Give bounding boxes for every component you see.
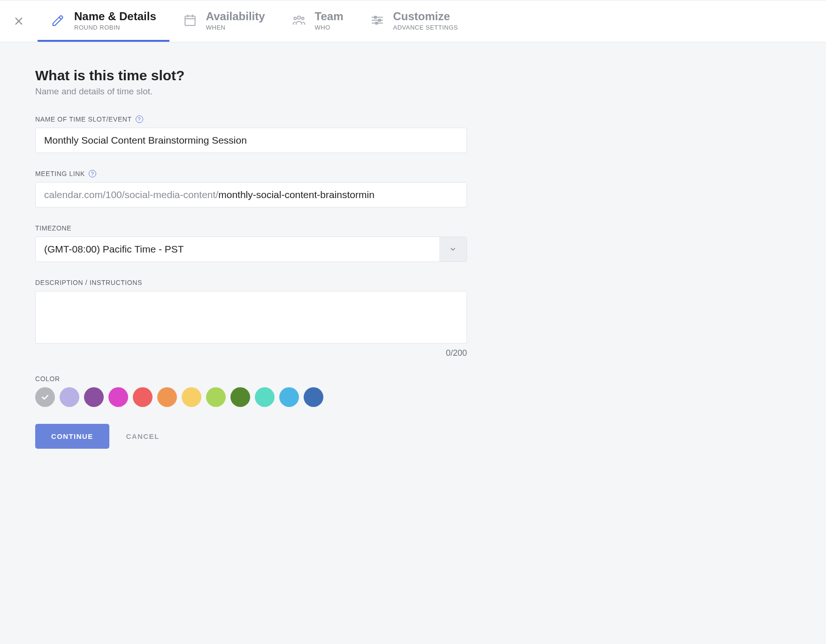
field-meeting-link: MEETING LINK ? calendar.com/100/social-m… [35, 170, 467, 207]
tab-subtitle: ADVANCE SETTINGS [393, 24, 459, 31]
color-swatch[interactable] [206, 387, 226, 407]
wizard-tabs: Name & Details ROUND ROBIN Availability … [38, 0, 826, 42]
color-swatch[interactable] [133, 387, 153, 407]
tab-name-details[interactable]: Name & Details ROUND ROBIN [38, 0, 169, 42]
tab-title: Name & Details [74, 10, 156, 23]
svg-rect-14 [375, 22, 377, 24]
field-name: NAME OF TIME SLOT/EVENT ? [35, 115, 467, 153]
page-title: What is this time slot? [35, 68, 467, 84]
main-content: What is this time slot? Name and details… [35, 42, 467, 477]
continue-button[interactable]: CONTINUE [35, 424, 109, 449]
tab-subtitle: WHO [315, 24, 344, 31]
name-input[interactable] [35, 128, 467, 153]
description-input[interactable] [35, 291, 467, 344]
team-icon [291, 13, 306, 28]
help-icon[interactable]: ? [136, 115, 143, 123]
tab-title: Team [315, 10, 344, 23]
calendar-icon [183, 13, 198, 28]
color-swatch[interactable] [84, 387, 104, 407]
chevron-down-icon [439, 237, 467, 261]
color-label: COLOR [35, 375, 60, 383]
color-swatch[interactable] [304, 387, 323, 407]
color-swatch[interactable] [255, 387, 275, 407]
color-swatch[interactable] [60, 387, 79, 407]
svg-rect-12 [374, 16, 376, 18]
description-char-count: 0/200 [35, 348, 467, 358]
timezone-label: TIMEZONE [35, 224, 71, 232]
wizard-header: Name & Details ROUND ROBIN Availability … [0, 0, 826, 42]
color-swatch[interactable] [157, 387, 177, 407]
sliders-icon [370, 13, 385, 28]
color-swatch[interactable] [230, 387, 250, 407]
field-description: DESCRIPTION / INSTRUCTIONS 0/200 [35, 279, 467, 358]
svg-point-7 [294, 17, 296, 20]
link-prefix: calendar.com/100/social-media-content/ [44, 189, 218, 200]
color-swatch[interactable] [108, 387, 128, 407]
close-button[interactable] [0, 0, 38, 42]
tab-title: Availability [206, 10, 265, 23]
help-icon[interactable]: ? [89, 170, 96, 177]
cancel-button[interactable]: CANCEL [126, 432, 160, 440]
tab-title: Customize [393, 10, 459, 23]
timezone-value: (GMT-08:00) Pacific Time - PST [36, 237, 439, 261]
color-swatch[interactable] [279, 387, 299, 407]
pencil-icon [51, 13, 66, 28]
tab-subtitle: ROUND ROBIN [74, 24, 156, 31]
color-swatch[interactable] [182, 387, 201, 407]
tab-team[interactable]: Team WHO [278, 0, 357, 42]
description-label: DESCRIPTION / INSTRUCTIONS [35, 279, 142, 286]
close-icon [14, 16, 24, 26]
tab-availability[interactable]: Availability WHEN [169, 0, 278, 42]
svg-rect-2 [185, 16, 195, 25]
svg-point-8 [301, 17, 304, 20]
name-label: NAME OF TIME SLOT/EVENT [35, 115, 132, 123]
check-icon [40, 392, 50, 402]
meeting-link-input[interactable]: calendar.com/100/social-media-content/mo… [35, 182, 467, 207]
field-color: COLOR [35, 375, 467, 407]
color-swatches [35, 387, 467, 407]
svg-rect-13 [378, 19, 380, 21]
form-actions: CONTINUE CANCEL [35, 424, 467, 449]
link-slug: monthly-social-content-brainstormin [218, 189, 375, 200]
meeting-link-label: MEETING LINK [35, 170, 85, 177]
tab-customize[interactable]: Customize ADVANCE SETTINGS [357, 0, 472, 42]
field-timezone: TIMEZONE (GMT-08:00) Pacific Time - PST [35, 224, 467, 262]
timezone-select[interactable]: (GMT-08:00) Pacific Time - PST [35, 237, 467, 262]
color-swatch[interactable] [35, 387, 55, 407]
svg-point-6 [297, 16, 300, 19]
tab-subtitle: WHEN [206, 24, 265, 31]
page-subtitle: Name and details of time slot. [35, 86, 467, 97]
